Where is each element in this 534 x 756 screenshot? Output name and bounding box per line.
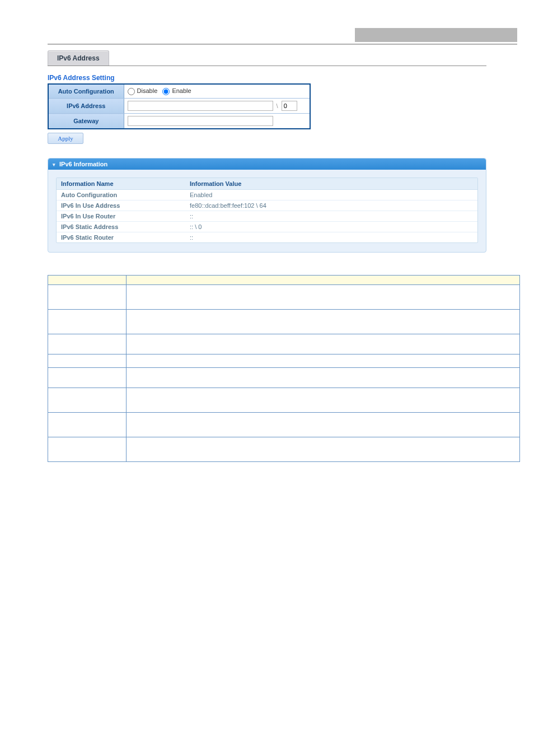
desc-text [127,310,520,334]
info-value: :: [185,211,477,222]
desc-obj [48,437,127,462]
section-heading: IPv6 Address Setting [48,74,486,82]
desc-obj [48,285,127,310]
table-row [48,310,520,334]
info-col-name: Information Name [57,178,185,190]
title-row: IPv6 Address [48,50,486,66]
ipv6-address-input[interactable] [128,101,273,111]
auto-config-radiogroup: Disable Enable [128,87,195,94]
desc-obj [48,368,127,388]
info-value: :: \ 0 [185,222,477,232]
info-panel-header[interactable]: ▾ IPv6 Information [48,158,486,170]
info-value: Enabled [185,190,477,200]
header-grey-block [355,28,517,42]
table-row [48,388,520,413]
table-row [48,334,520,354]
ipv6-address-label: IPv6 Address [48,99,124,114]
table-row [48,354,520,368]
info-name: IPv6 Static Address [57,222,185,232]
info-name: IPv6 Static Router [57,232,185,243]
enable-radio-label[interactable]: Enable [162,87,191,94]
prefix-separator: \ [277,102,278,109]
desc-text [127,285,520,310]
desc-header-description [127,276,520,285]
desc-text [127,388,520,413]
page-title: IPv6 Address [48,50,109,66]
desc-text [127,413,520,437]
disable-radio-label[interactable]: Disable [128,87,160,94]
table-row: Auto Configuration Enabled [57,190,477,200]
desc-obj [48,388,127,413]
info-name: IPv6 In Use Router [57,211,185,222]
info-panel-title: IPv6 Information [59,161,107,167]
table-row: IPv6 In Use Router :: [57,211,477,222]
table-row: IPv6 Static Router :: [57,232,477,243]
desc-obj [48,310,127,334]
info-name: IPv6 In Use Address [57,200,185,211]
apply-button[interactable]: Apply [48,133,83,144]
table-row [48,437,520,462]
header-rule [48,44,517,45]
gateway-input[interactable] [128,116,273,126]
description-table [48,275,520,462]
enable-text: Enable [172,87,191,94]
desc-text [127,437,520,462]
ipv6-prefix-input[interactable] [282,101,297,111]
ipv6-info-panel: ▾ IPv6 Information Information Name Info… [48,158,486,253]
enable-radio[interactable] [162,88,170,95]
desc-obj [48,354,127,368]
info-name: Auto Configuration [57,190,185,200]
info-col-value: Information Value [185,178,477,190]
auto-config-label: Auto Configuration [48,84,124,99]
ipv6-settings-table: Auto Configuration Disable Enable IPv6 A… [48,83,311,129]
ipv6-config-area: IPv6 Address IPv6 Address Setting Auto C… [48,50,486,253]
disable-text: Disable [137,87,158,94]
desc-text [127,354,520,368]
info-value: :: [185,232,477,243]
info-value: fe80::dcad:beff:feef:102 \ 64 [185,200,477,211]
table-row [48,413,520,437]
table-row: IPv6 Static Address :: \ 0 [57,222,477,232]
table-row: IPv6 In Use Address fe80::dcad:beff:feef… [57,200,477,211]
ipv6-info-table: Information Name Information Value Auto … [57,178,477,242]
table-row [48,285,520,310]
desc-text [127,368,520,388]
disable-radio[interactable] [128,88,135,95]
gateway-label: Gateway [48,114,124,129]
desc-obj [48,413,127,437]
desc-obj [48,334,127,354]
table-row [48,368,520,388]
collapse-icon: ▾ [53,162,55,167]
document-header [17,11,517,45]
desc-text [127,334,520,354]
desc-header-object [48,276,127,285]
